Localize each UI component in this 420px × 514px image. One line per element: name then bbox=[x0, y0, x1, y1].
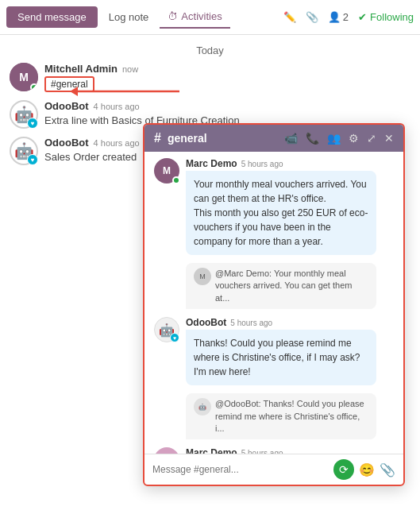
ch-time: 5 hours ago bbox=[230, 319, 272, 327]
quote-text: @Marc Demo: Your monthly meal vouchers a… bbox=[215, 268, 368, 304]
marc-avatar: M bbox=[154, 158, 179, 184]
log-note-button[interactable]: Log note bbox=[101, 6, 157, 28]
phone-icon[interactable]: 📞 bbox=[306, 132, 319, 145]
ch-time: 5 hours ago bbox=[241, 449, 283, 454]
quote-avatar: 🤖 bbox=[194, 398, 211, 415]
today-label: Today bbox=[10, 35, 410, 63]
emoji-icon[interactable]: 😊 bbox=[359, 462, 375, 477]
clock-icon: ⏱ bbox=[168, 10, 178, 22]
quote-text: @OdooBot: Thanks! Could you please remin… bbox=[215, 398, 368, 435]
checkmark-icon: ✔ bbox=[358, 11, 367, 23]
following-button[interactable]: ✔ Following bbox=[358, 11, 414, 23]
send-message-button[interactable]: Send message bbox=[6, 6, 98, 28]
channel-popup: # general 📹 📞 👥 ⚙ ⤢ ✕ M Marc Demo 5 hour… bbox=[143, 123, 405, 486]
ch-quote-bubble: M @Marc Demo: Your monthly meal vouchers… bbox=[186, 263, 376, 309]
ch-bubble: Thanks! Could you please remind me where… bbox=[186, 330, 376, 385]
send-button[interactable]: ⟳ bbox=[333, 459, 354, 480]
ch-author: OdooBot bbox=[186, 317, 226, 328]
message-content: Mitchell Admin now #general bbox=[44, 63, 410, 92]
ch-bubble: Your monthly meal vouchers arrived. You … bbox=[186, 171, 376, 255]
message-row: M Mitchell Admin now #general bbox=[10, 63, 410, 92]
pencil-icon[interactable]: ✏️ bbox=[283, 11, 296, 23]
ch-author: Marc Demo bbox=[186, 158, 237, 169]
ch-odoobot-heart-icon: ♥ bbox=[170, 333, 179, 342]
video-icon[interactable]: 📹 bbox=[284, 132, 298, 145]
user-count-badge[interactable]: 👤 2 bbox=[328, 11, 349, 23]
channel-name: general bbox=[168, 132, 278, 145]
ch-odoobot-avatar: 🤖 ♥ bbox=[154, 317, 179, 342]
online-indicator bbox=[30, 83, 38, 91]
paperclip-icon[interactable]: 📎 bbox=[306, 11, 318, 23]
send-icon: ⟳ bbox=[339, 463, 349, 476]
channel-message-input[interactable] bbox=[152, 464, 329, 475]
channel-hash-icon: # bbox=[154, 131, 161, 145]
message-author: OdooBot bbox=[44, 100, 89, 112]
close-icon[interactable]: ✕ bbox=[384, 132, 394, 145]
ch-author: Marc Demo bbox=[186, 447, 237, 454]
message-author: OdooBot bbox=[44, 137, 89, 149]
quote-row: M @Marc Demo: Your monthly meal vouchers… bbox=[154, 263, 394, 309]
ch-quote-bubble: 🤖 @OdooBot: Thanks! Could you please rem… bbox=[186, 393, 376, 439]
toolbar: Send message Log note ⏱ Activities ✏️ 📎 … bbox=[0, 0, 420, 35]
message-time: now bbox=[122, 64, 138, 74]
odoobot-heart-icon: ♥ bbox=[27, 154, 38, 165]
channel-actions: 📹 📞 👥 ⚙ ⤢ ✕ bbox=[284, 132, 394, 145]
channel-message-row: 🤖 ♥ OdooBot 5 hours ago Thanks! Could yo… bbox=[154, 317, 394, 385]
channel-message-row: M Marc Demo 5 hours ago Your monthly mea… bbox=[154, 158, 394, 255]
quote-avatar: M bbox=[194, 268, 211, 285]
channel-message-row: M Marc Demo 5 hours ago Building B3, sec… bbox=[154, 447, 394, 454]
online-dot bbox=[172, 176, 180, 184]
ch-time: 5 hours ago bbox=[241, 160, 283, 168]
settings-icon[interactable]: ⚙ bbox=[349, 132, 359, 145]
channel-popup-header: # general 📹 📞 👥 ⚙ ⤢ ✕ bbox=[144, 125, 403, 152]
odoobot-avatar: 🤖 ♥ bbox=[10, 137, 38, 165]
odoobot-avatar: 🤖 ♥ bbox=[10, 100, 38, 129]
odoobot-heart-icon: ♥ bbox=[27, 118, 38, 129]
channel-body: M Marc Demo 5 hours ago Your monthly mea… bbox=[144, 152, 403, 454]
toolbar-icons: ✏️ 📎 👤 2 ✔ Following bbox=[283, 11, 414, 23]
marc-avatar: M bbox=[154, 447, 179, 454]
general-channel-tag[interactable]: #general bbox=[44, 76, 94, 92]
attachment-icon[interactable]: 📎 bbox=[380, 462, 395, 477]
message-author: Mitchell Admin bbox=[44, 63, 118, 75]
members-icon[interactable]: 👥 bbox=[327, 132, 341, 145]
message-time: 4 hours ago bbox=[94, 102, 140, 111]
message-time: 4 hours ago bbox=[94, 138, 140, 148]
channel-input-area: ⟳ 😊 📎 bbox=[144, 454, 403, 485]
expand-icon[interactable]: ⤢ bbox=[367, 132, 376, 145]
activities-tab[interactable]: ⏱ Activities bbox=[160, 6, 229, 29]
quote-row: 🤖 @OdooBot: Thanks! Could you please rem… bbox=[154, 393, 394, 439]
avatar: M bbox=[10, 63, 38, 91]
person-icon: 👤 bbox=[328, 11, 341, 23]
